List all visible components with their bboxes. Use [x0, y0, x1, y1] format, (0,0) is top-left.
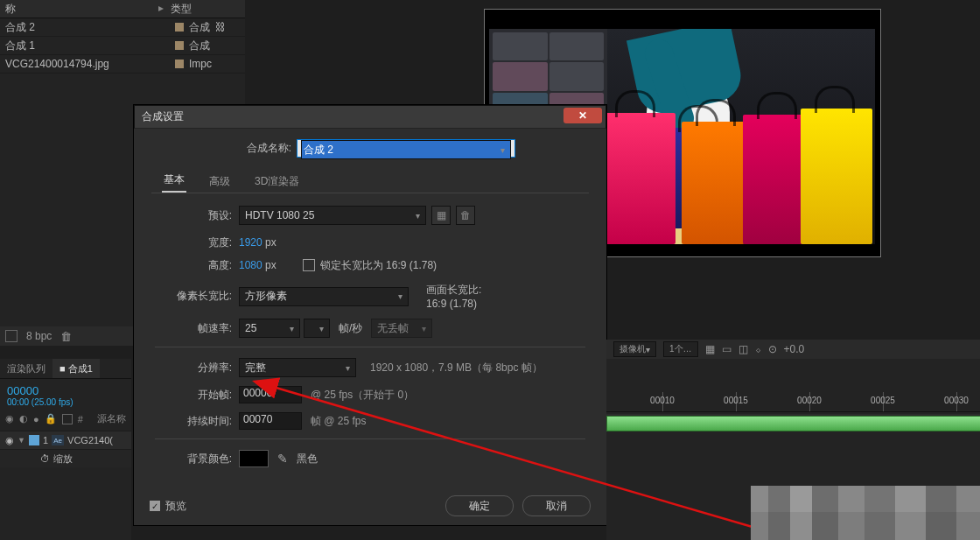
width-value[interactable]: 1920 [239, 236, 262, 249]
tab-comp1[interactable]: ■ 合成1 [52, 359, 100, 378]
layer-switches: ◉ ◐ ● 🔒 # 源名称 [0, 407, 131, 431]
label-icon[interactable] [62, 414, 73, 424]
duration-input[interactable]: 00070 [239, 412, 302, 430]
width-unit: px [265, 236, 276, 249]
eyedropper-icon[interactable]: ✎ [277, 452, 288, 466]
duration-label: 持续时间: [155, 414, 232, 429]
preview-checkbox[interactable]: ✓ [150, 501, 160, 511]
fps-label: 帧速率: [155, 321, 232, 336]
eye-icon[interactable]: ◉ [5, 435, 14, 446]
viewer-toolbar: 摄像机 ▾ 1个… ▦ ▭ ◫ ⬦ ⊙ +0.0 [606, 340, 980, 359]
trash-icon[interactable]: 🗑 [60, 330, 72, 343]
frame-aspect-label: 画面长宽比: [426, 283, 481, 298]
dialog-tabs: 基本 高级 3D渲染器 [151, 172, 589, 193]
preset-select[interactable]: HDTV 1080 25 [239, 206, 426, 225]
active-camera-select[interactable]: 摄像机 ▾ [613, 341, 656, 357]
timeline-layer-panel: 渲染队列 ■ 合成1 00000 00:00 (25.00 fps) ◉ ◐ ●… [0, 359, 131, 540]
layer-track[interactable] [606, 414, 980, 431]
eye-icon[interactable]: ◉ [5, 413, 14, 424]
property-name: 缩放 [53, 452, 73, 466]
comp-name-input[interactable]: 合成 2 [297, 139, 515, 158]
preview-label: 预览 [165, 499, 186, 514]
current-time-sub: 00:00 (25.00 fps) [0, 397, 131, 407]
divider [155, 347, 585, 347]
start-frame-info: @ 25 fps（开始于 0） [311, 388, 414, 403]
fps-dropdown-icon[interactable] [304, 319, 330, 338]
project-row[interactable]: 合成 2 合成⛓ [0, 18, 245, 37]
3d-icon[interactable]: ⬦ [755, 343, 761, 355]
fps-unit: 帧/秒 [339, 321, 362, 336]
ruler-tick: 00025 [871, 396, 895, 405]
bgcolor-swatch[interactable] [239, 450, 269, 467]
dropframe-select: 无丢帧 [371, 319, 432, 338]
project-item-type: Impc [189, 58, 212, 70]
start-frame-input[interactable]: 00000 [239, 386, 302, 403]
mask-icon[interactable]: ◫ [738, 343, 748, 355]
project-item-type: 合成 [189, 20, 210, 35]
label-swatch [175, 60, 184, 68]
time-ruler[interactable]: 00010 00015 00020 00025 00030 [606, 392, 980, 412]
interpret-footage-icon[interactable] [5, 330, 18, 342]
hash-icon: # [78, 414, 83, 424]
height-value[interactable]: 1080 [239, 259, 262, 271]
view-count-select[interactable]: 1个… [663, 341, 698, 357]
label-swatch[interactable] [29, 435, 39, 445]
tab-render-queue[interactable]: 渲染队列 [0, 359, 52, 378]
exposure-value[interactable]: +0.0 [784, 343, 805, 355]
tab-3d-renderer[interactable]: 3D渲染器 [253, 171, 301, 193]
ruler-tick: 00020 [797, 396, 822, 405]
comp-icon: ⛓ [215, 21, 226, 33]
ruler-tick: 00015 [724, 396, 748, 405]
tab-basic[interactable]: 基本 [162, 169, 186, 193]
bpc-button[interactable]: 8 bpc [26, 330, 52, 342]
dialog-titlebar[interactable]: 合成设置 ✕ [134, 105, 606, 129]
grid-icon[interactable]: ▦ [705, 343, 715, 355]
project-col-name[interactable]: 称 [0, 2, 155, 17]
fps-select[interactable]: 25 [239, 319, 300, 338]
resolution-select[interactable]: 完整 [239, 358, 356, 377]
solo-icon[interactable]: ● [33, 414, 39, 424]
height-unit: px [265, 259, 276, 271]
dialog-title: 合成设置 [142, 109, 184, 124]
exposure-icon[interactable]: ⊙ [768, 343, 777, 355]
project-item-name: 合成 1 [0, 39, 163, 53]
lock-icon[interactable]: 🔒 [45, 413, 57, 424]
label-swatch [175, 41, 184, 50]
twirl-icon[interactable]: ▼ [18, 436, 25, 445]
width-label: 宽度: [155, 235, 232, 250]
project-col-type[interactable]: 类型 [155, 2, 245, 17]
audio-icon[interactable]: ◐ [19, 413, 28, 424]
stopwatch-icon[interactable]: ⏱ [40, 453, 50, 464]
tab-advanced[interactable]: 高级 [207, 171, 232, 193]
project-row[interactable]: VCG21400014794.jpg Impc [0, 55, 245, 74]
bgcolor-name: 黑色 [297, 452, 318, 466]
ruler-tick: 00030 [944, 396, 969, 405]
frame-aspect-value: 16:9 (1.78) [426, 298, 481, 310]
close-icon[interactable]: ✕ [564, 108, 602, 123]
height-label: 高度: [155, 258, 232, 273]
bgcolor-label: 背景颜色: [155, 452, 232, 466]
layer-clip[interactable] [606, 416, 980, 431]
project-row[interactable]: 合成 1 合成 [0, 37, 245, 55]
preset-label: 预设: [155, 208, 232, 223]
comp-name-label: 合成名称: [151, 141, 291, 156]
comp-name-value: 合成 2 [301, 140, 511, 159]
resolution-info: 1920 x 1080，7.9 MB（每 8bpc 帧） [370, 361, 542, 375]
duration-info: 帧 @ 25 fps [311, 414, 367, 429]
save-preset-icon[interactable]: ▦ [431, 206, 451, 225]
lock-aspect-label: 锁定长宽比为 16:9 (1.78) [320, 258, 437, 273]
delete-preset-icon[interactable]: 🗑 [456, 206, 475, 225]
current-time[interactable]: 00000 [0, 379, 131, 397]
ok-button[interactable]: 确定 [445, 495, 514, 516]
layer-row[interactable]: ◉ ▼ 1 Ae VCG2140( [0, 431, 131, 449]
layer-name: VCG2140( [67, 435, 113, 445]
start-frame-label: 开始帧: [155, 388, 232, 403]
project-header: 称 类型 [0, 0, 245, 18]
lock-aspect-checkbox[interactable] [303, 259, 315, 271]
region-icon[interactable]: ▭ [722, 343, 732, 355]
cancel-button[interactable]: 取消 [522, 495, 591, 516]
source-name-header[interactable]: 源名称 [97, 412, 126, 425]
property-row[interactable]: ⏱ 缩放 [0, 449, 131, 467]
par-select[interactable]: 方形像素 [239, 287, 409, 306]
project-item-type: 合成 [189, 39, 210, 53]
